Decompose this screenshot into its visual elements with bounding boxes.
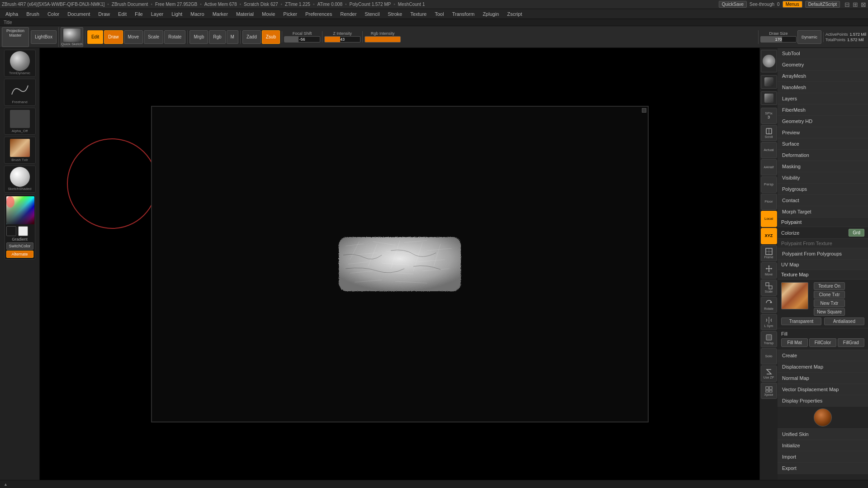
rotate-button[interactable]: Rotate bbox=[761, 297, 777, 313]
surface-button[interactable]: Surface bbox=[778, 138, 868, 150]
import-button[interactable]: Import bbox=[778, 451, 868, 463]
menu-picker[interactable]: Picker bbox=[280, 10, 301, 18]
menu-preferences[interactable]: Preferences bbox=[302, 10, 336, 18]
zsub-button[interactable]: Zsub bbox=[262, 30, 280, 44]
brush-slot-freehand[interactable]: Freehand bbox=[4, 79, 36, 106]
z-intensity-slider[interactable]: Z Intensity 43 bbox=[324, 31, 360, 43]
projection-master-button[interactable]: Projection Master bbox=[2, 27, 29, 47]
brush-slot-brushtxtr[interactable]: Brush Txtr bbox=[4, 137, 36, 164]
canvas-area[interactable] bbox=[40, 48, 759, 480]
visibility-button[interactable]: Visibility bbox=[778, 172, 868, 184]
fill-color-button[interactable]: FillColor bbox=[809, 338, 836, 347]
menu-material[interactable]: Material bbox=[232, 10, 257, 18]
menu-brush[interactable]: Brush bbox=[23, 10, 43, 18]
array-mesh-button[interactable]: ArrayMesh bbox=[778, 71, 868, 82]
close-icon[interactable]: ⊠ bbox=[861, 1, 866, 8]
menu-render[interactable]: Render bbox=[337, 10, 360, 18]
rgb-intensity-slider[interactable]: Rgb Intensity bbox=[365, 31, 401, 43]
antialiased-button[interactable]: Antialiased bbox=[824, 317, 864, 325]
foreground-color[interactable] bbox=[6, 226, 16, 236]
vector-displacement-map-button[interactable]: Vector Displacement Map bbox=[778, 384, 868, 395]
minimize-icon[interactable]: ⊟ bbox=[844, 1, 850, 8]
draw-button[interactable]: Draw bbox=[104, 30, 123, 44]
polypaint-from-polygroups-button[interactable]: Polypaint From Polygroups bbox=[778, 248, 868, 260]
maximize-icon[interactable]: ⊞ bbox=[853, 1, 858, 8]
polygroups-button[interactable]: Polygroups bbox=[778, 184, 868, 195]
xyz-button[interactable]: XYZ bbox=[761, 228, 777, 244]
lightbox-button[interactable]: LightBox bbox=[31, 30, 57, 44]
scale-button[interactable]: Scale bbox=[144, 30, 163, 44]
frame-button[interactable]: Frame bbox=[761, 245, 777, 261]
menu-stroke[interactable]: Stroke bbox=[384, 10, 406, 18]
menus-button[interactable]: Menus bbox=[783, 1, 802, 8]
fill-grad-button[interactable]: FillGrad bbox=[838, 338, 864, 347]
alternate-button[interactable]: Alternate bbox=[6, 251, 33, 258]
quick-sketch-button[interactable]: Quick Sketch bbox=[61, 27, 83, 47]
quick-save-button[interactable]: QuickSave bbox=[719, 1, 747, 8]
color-picker[interactable]: Gradient SwitchColor Alternate bbox=[5, 194, 35, 260]
focal-shift-slider[interactable]: Focal Shift -56 bbox=[284, 31, 320, 43]
actual-button[interactable]: Actual bbox=[761, 142, 777, 158]
menu-texture[interactable]: Texture bbox=[407, 10, 430, 18]
material-sphere[interactable] bbox=[814, 408, 832, 426]
menu-file[interactable]: File bbox=[131, 10, 147, 18]
menu-macro[interactable]: Macro bbox=[187, 10, 208, 18]
menu-zplugin[interactable]: Zplugin bbox=[479, 10, 503, 18]
new-txtr-button[interactable]: New Txtr bbox=[814, 299, 845, 307]
displacement-map-button[interactable]: Displacement Map bbox=[778, 361, 868, 373]
canvas-frame[interactable] bbox=[151, 106, 649, 422]
brush-slot-alpha[interactable]: Alpha_Off bbox=[4, 108, 36, 135]
create-button[interactable]: Create bbox=[778, 350, 868, 361]
transp-button[interactable]: Transp bbox=[761, 331, 777, 347]
menu-marker[interactable]: Marker bbox=[209, 10, 232, 18]
rotate-button[interactable]: Rotate bbox=[164, 30, 185, 44]
clone-txtr-button[interactable]: Clone Txtr bbox=[814, 291, 845, 298]
move-button[interactable]: Move bbox=[124, 30, 143, 44]
draw-size-slider[interactable]: Draw Size 170 bbox=[760, 31, 797, 43]
switch-color-button[interactable]: SwitchColor bbox=[6, 242, 33, 250]
m-button[interactable]: M bbox=[227, 30, 238, 44]
deformation-button[interactable]: Deformation bbox=[778, 150, 868, 161]
initialize-button[interactable]: Initialize bbox=[778, 440, 868, 451]
scroll-button[interactable]: Scroll bbox=[761, 125, 777, 141]
dynamic-button[interactable]: Dynamic bbox=[797, 30, 821, 44]
transparent-button[interactable]: Transparent bbox=[781, 317, 821, 325]
menu-document[interactable]: Document bbox=[64, 10, 94, 18]
persp-button[interactable]: Persp bbox=[761, 176, 777, 193]
nano-mesh-button[interactable]: NanoMesh bbox=[778, 82, 868, 93]
brush-slot-trimdynamic[interactable]: TrimDynamic bbox=[4, 50, 36, 77]
menu-tool[interactable]: Tool bbox=[431, 10, 447, 18]
default-zscript-button[interactable]: DefaultZScript bbox=[805, 1, 840, 8]
usezp-button[interactable]: Use ZP bbox=[761, 365, 777, 382]
grd-button[interactable]: Grd bbox=[849, 229, 864, 237]
edit-button[interactable]: Edit bbox=[87, 30, 103, 44]
new-square-button[interactable]: New Square bbox=[814, 308, 845, 316]
scale-button[interactable]: Scale bbox=[761, 280, 777, 296]
normal-map-button[interactable]: Normal Map bbox=[778, 373, 868, 384]
export-button[interactable]: Export bbox=[778, 463, 868, 474]
geometry-hd-button[interactable]: Geometry HD bbox=[778, 116, 868, 127]
menu-light[interactable]: Light bbox=[168, 10, 186, 18]
menu-color[interactable]: Color bbox=[44, 10, 63, 18]
aahalf-button[interactable]: AAHalf bbox=[761, 159, 777, 175]
zadd-button[interactable]: Zadd bbox=[242, 30, 261, 44]
rgb-button[interactable]: Rgb bbox=[209, 30, 225, 44]
layers-button[interactable]: Layers bbox=[778, 93, 868, 104]
background-color[interactable] bbox=[18, 226, 28, 236]
fiber-mesh-button[interactable]: FiberMesh bbox=[778, 104, 868, 116]
masking-button[interactable]: Masking bbox=[778, 161, 868, 172]
solo-button[interactable]: Solo bbox=[761, 348, 777, 365]
geometry-button[interactable]: Geometry bbox=[778, 59, 868, 71]
mrgb-button[interactable]: Mrgb bbox=[190, 30, 208, 44]
subtool-button[interactable]: SubTool bbox=[778, 48, 868, 59]
texture-on-button[interactable]: Texture On bbox=[814, 282, 845, 290]
menu-transform[interactable]: Transform bbox=[448, 10, 478, 18]
display-properties-button[interactable]: Display Properties bbox=[778, 395, 868, 407]
brush-slot-sketchshaded[interactable]: SketchShaded bbox=[4, 166, 36, 193]
menu-edit[interactable]: Edit bbox=[114, 10, 130, 18]
fill-mat-button[interactable]: Fill Mat bbox=[781, 338, 808, 347]
menu-zscript[interactable]: Zscript bbox=[503, 10, 526, 18]
menu-movie[interactable]: Movie bbox=[258, 10, 279, 18]
preview-button[interactable]: Preview bbox=[778, 127, 868, 138]
morph-target-button[interactable]: Morph Target bbox=[778, 206, 868, 218]
